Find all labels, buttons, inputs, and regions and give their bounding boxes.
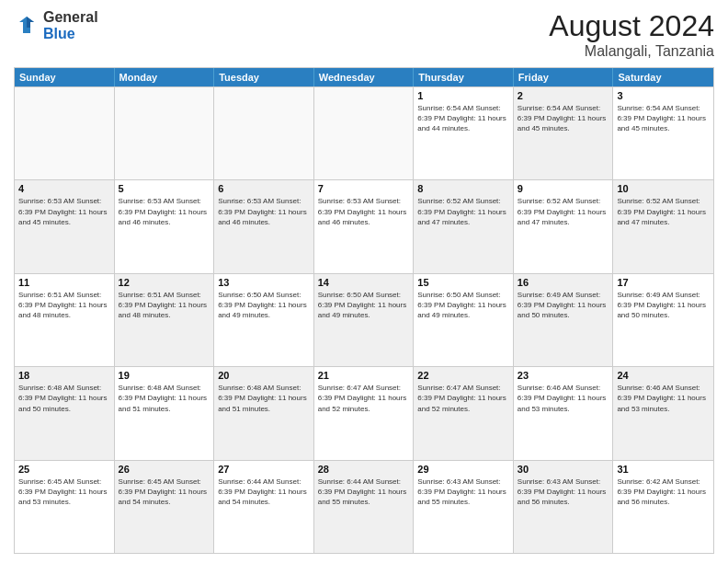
day-info-1: Sunrise: 6:54 AM Sunset: 6:39 PM Dayligh… <box>417 103 509 134</box>
day-number-6: 6 <box>218 183 310 194</box>
day-13: 13Sunrise: 6:50 AM Sunset: 6:39 PM Dayli… <box>214 274 314 366</box>
day-info-4: Sunrise: 6:53 AM Sunset: 6:39 PM Dayligh… <box>18 196 110 227</box>
day-info-10: Sunrise: 6:52 AM Sunset: 6:39 PM Dayligh… <box>617 196 710 227</box>
logo: General Blue <box>14 9 98 41</box>
day-9: 9Sunrise: 6:52 AM Sunset: 6:39 PM Daylig… <box>514 180 614 272</box>
day-number-16: 16 <box>518 277 609 288</box>
day-28: 28Sunrise: 6:44 AM Sunset: 6:39 PM Dayli… <box>314 461 415 553</box>
day-info-16: Sunrise: 6:49 AM Sunset: 6:39 PM Dayligh… <box>518 290 609 321</box>
day-info-5: Sunrise: 6:53 AM Sunset: 6:39 PM Dayligh… <box>119 196 210 227</box>
day-21: 21Sunrise: 6:47 AM Sunset: 6:39 PM Dayli… <box>314 367 415 459</box>
day-1: 1Sunrise: 6:54 AM Sunset: 6:39 PM Daylig… <box>414 87 514 179</box>
day-number-4: 4 <box>18 183 110 194</box>
calendar-body: 1Sunrise: 6:54 AM Sunset: 6:39 PM Daylig… <box>15 86 713 553</box>
day-number-9: 9 <box>518 183 609 194</box>
day-number-11: 11 <box>18 277 110 288</box>
day-number-30: 30 <box>518 464 609 475</box>
day-info-9: Sunrise: 6:52 AM Sunset: 6:39 PM Dayligh… <box>518 196 609 227</box>
day-number-7: 7 <box>318 183 410 194</box>
day-info-2: Sunrise: 6:54 AM Sunset: 6:39 PM Dayligh… <box>518 103 609 134</box>
day-info-25: Sunrise: 6:45 AM Sunset: 6:39 PM Dayligh… <box>18 477 110 508</box>
header-thursday: Thursday <box>414 68 514 86</box>
day-info-11: Sunrise: 6:51 AM Sunset: 6:39 PM Dayligh… <box>18 290 110 321</box>
day-number-17: 17 <box>617 277 710 288</box>
day-info-13: Sunrise: 6:50 AM Sunset: 6:39 PM Dayligh… <box>218 290 310 321</box>
day-17: 17Sunrise: 6:49 AM Sunset: 6:39 PM Dayli… <box>613 274 713 366</box>
calendar: Sunday Monday Tuesday Wednesday Thursday… <box>14 67 714 554</box>
day-info-31: Sunrise: 6:42 AM Sunset: 6:39 PM Dayligh… <box>617 477 710 508</box>
day-14: 14Sunrise: 6:50 AM Sunset: 6:39 PM Dayli… <box>314 274 415 366</box>
day-info-17: Sunrise: 6:49 AM Sunset: 6:39 PM Dayligh… <box>617 290 710 321</box>
day-22: 22Sunrise: 6:47 AM Sunset: 6:39 PM Dayli… <box>414 367 514 459</box>
header-monday: Monday <box>115 68 215 86</box>
page: General Blue August 2024 Malangali, Tanz… <box>0 0 728 563</box>
calendar-header: Sunday Monday Tuesday Wednesday Thursday… <box>15 68 713 86</box>
day-info-3: Sunrise: 6:54 AM Sunset: 6:39 PM Dayligh… <box>617 103 710 134</box>
week-row-5: 25Sunrise: 6:45 AM Sunset: 6:39 PM Dayli… <box>15 460 713 553</box>
day-number-25: 25 <box>18 464 110 475</box>
day-info-30: Sunrise: 6:43 AM Sunset: 6:39 PM Dayligh… <box>518 477 609 508</box>
day-info-23: Sunrise: 6:46 AM Sunset: 6:39 PM Dayligh… <box>518 383 609 414</box>
day-number-1: 1 <box>417 90 509 101</box>
day-number-23: 23 <box>518 370 609 381</box>
day-info-6: Sunrise: 6:53 AM Sunset: 6:39 PM Dayligh… <box>218 196 310 227</box>
day-29: 29Sunrise: 6:43 AM Sunset: 6:39 PM Dayli… <box>414 461 514 553</box>
day-info-18: Sunrise: 6:48 AM Sunset: 6:39 PM Dayligh… <box>18 383 110 414</box>
day-8: 8Sunrise: 6:52 AM Sunset: 6:39 PM Daylig… <box>414 180 514 272</box>
day-number-15: 15 <box>417 277 509 288</box>
day-info-26: Sunrise: 6:45 AM Sunset: 6:39 PM Dayligh… <box>119 477 210 508</box>
week-row-2: 4Sunrise: 6:53 AM Sunset: 6:39 PM Daylig… <box>15 179 713 272</box>
day-7: 7Sunrise: 6:53 AM Sunset: 6:39 PM Daylig… <box>314 180 415 272</box>
header: General Blue August 2024 Malangali, Tanz… <box>14 9 714 60</box>
week-row-1: 1Sunrise: 6:54 AM Sunset: 6:39 PM Daylig… <box>15 86 713 179</box>
empty-cell-0-2 <box>214 87 314 179</box>
day-info-20: Sunrise: 6:48 AM Sunset: 6:39 PM Dayligh… <box>218 383 310 414</box>
day-number-19: 19 <box>119 370 210 381</box>
header-wednesday: Wednesday <box>314 68 415 86</box>
day-number-31: 31 <box>617 464 710 475</box>
title-block: August 2024 Malangali, Tanzania <box>549 9 714 60</box>
day-number-8: 8 <box>417 183 509 194</box>
day-number-26: 26 <box>119 464 210 475</box>
day-number-10: 10 <box>617 183 710 194</box>
day-info-21: Sunrise: 6:47 AM Sunset: 6:39 PM Dayligh… <box>318 383 410 414</box>
day-24: 24Sunrise: 6:46 AM Sunset: 6:39 PM Dayli… <box>613 367 713 459</box>
day-info-15: Sunrise: 6:50 AM Sunset: 6:39 PM Dayligh… <box>417 290 509 321</box>
day-26: 26Sunrise: 6:45 AM Sunset: 6:39 PM Dayli… <box>115 461 215 553</box>
day-number-24: 24 <box>617 370 710 381</box>
week-row-4: 18Sunrise: 6:48 AM Sunset: 6:39 PM Dayli… <box>15 366 713 459</box>
title-month: August 2024 <box>549 9 714 43</box>
day-number-2: 2 <box>518 90 609 101</box>
day-number-20: 20 <box>218 370 310 381</box>
day-16: 16Sunrise: 6:49 AM Sunset: 6:39 PM Dayli… <box>514 274 614 366</box>
day-11: 11Sunrise: 6:51 AM Sunset: 6:39 PM Dayli… <box>15 274 115 366</box>
day-info-27: Sunrise: 6:44 AM Sunset: 6:39 PM Dayligh… <box>218 477 310 508</box>
day-number-5: 5 <box>119 183 210 194</box>
empty-cell-0-3 <box>314 87 415 179</box>
day-4: 4Sunrise: 6:53 AM Sunset: 6:39 PM Daylig… <box>15 180 115 272</box>
day-info-14: Sunrise: 6:50 AM Sunset: 6:39 PM Dayligh… <box>318 290 410 321</box>
week-row-3: 11Sunrise: 6:51 AM Sunset: 6:39 PM Dayli… <box>15 273 713 366</box>
day-info-19: Sunrise: 6:48 AM Sunset: 6:39 PM Dayligh… <box>119 383 210 414</box>
day-30: 30Sunrise: 6:43 AM Sunset: 6:39 PM Dayli… <box>514 461 614 553</box>
day-12: 12Sunrise: 6:51 AM Sunset: 6:39 PM Dayli… <box>115 274 215 366</box>
day-info-24: Sunrise: 6:46 AM Sunset: 6:39 PM Dayligh… <box>617 383 710 414</box>
logo-blue-text: Blue <box>43 26 98 42</box>
day-23: 23Sunrise: 6:46 AM Sunset: 6:39 PM Dayli… <box>514 367 614 459</box>
title-location: Malangali, Tanzania <box>549 43 714 60</box>
day-number-29: 29 <box>417 464 509 475</box>
day-27: 27Sunrise: 6:44 AM Sunset: 6:39 PM Dayli… <box>214 461 314 553</box>
day-2: 2Sunrise: 6:54 AM Sunset: 6:39 PM Daylig… <box>514 87 614 179</box>
logo-text: General Blue <box>43 9 98 41</box>
day-5: 5Sunrise: 6:53 AM Sunset: 6:39 PM Daylig… <box>115 180 215 272</box>
logo-general-text: General <box>43 9 98 26</box>
day-info-12: Sunrise: 6:51 AM Sunset: 6:39 PM Dayligh… <box>119 290 210 321</box>
day-info-29: Sunrise: 6:43 AM Sunset: 6:39 PM Dayligh… <box>417 477 509 508</box>
day-20: 20Sunrise: 6:48 AM Sunset: 6:39 PM Dayli… <box>214 367 314 459</box>
day-6: 6Sunrise: 6:53 AM Sunset: 6:39 PM Daylig… <box>214 180 314 272</box>
day-info-22: Sunrise: 6:47 AM Sunset: 6:39 PM Dayligh… <box>417 383 509 414</box>
day-number-13: 13 <box>218 277 310 288</box>
day-number-27: 27 <box>218 464 310 475</box>
header-sunday: Sunday <box>15 68 115 86</box>
day-number-3: 3 <box>617 90 710 101</box>
